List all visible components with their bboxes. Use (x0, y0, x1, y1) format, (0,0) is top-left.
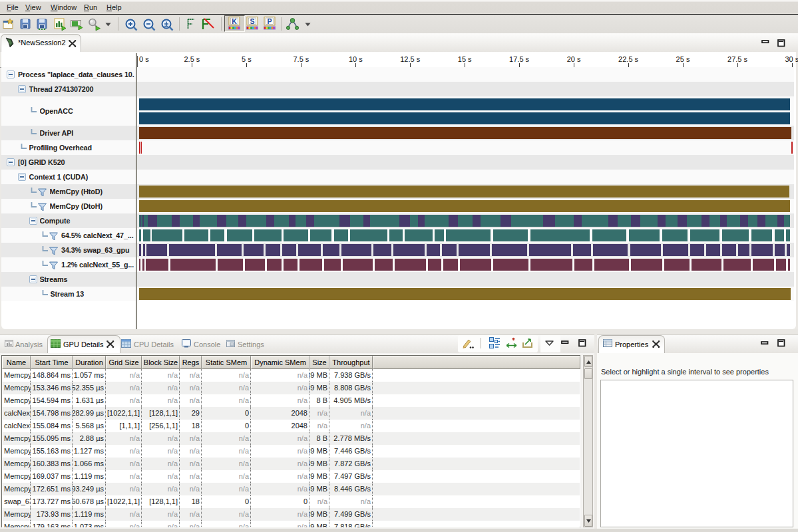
svg-text:K: K (232, 17, 237, 25)
svg-text:P: P (267, 17, 272, 25)
svg-text:S: S (250, 17, 254, 25)
